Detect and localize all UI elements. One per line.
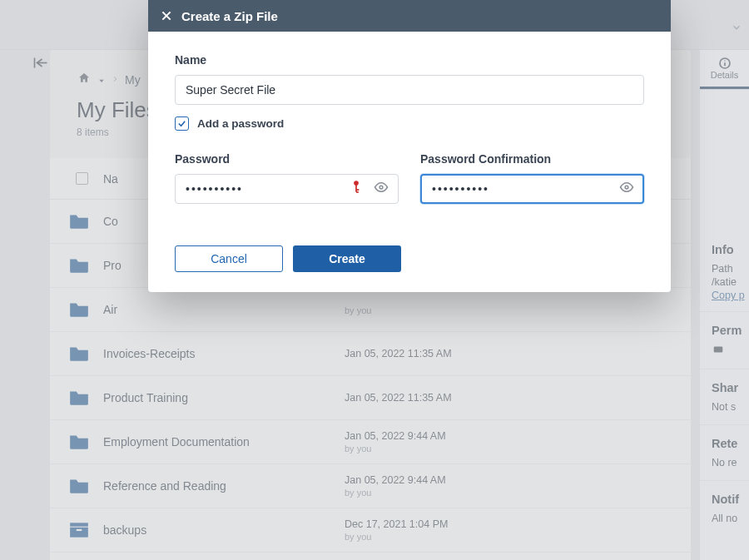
password-input[interactable] <box>175 174 399 204</box>
add-password-checkbox[interactable] <box>175 116 189 131</box>
close-icon[interactable] <box>160 9 173 22</box>
show-password-confirm-icon[interactable] <box>619 181 634 196</box>
show-password-icon[interactable] <box>374 181 389 196</box>
name-label: Name <box>175 53 644 67</box>
password-confirm-label: Password Confirmation <box>420 152 644 166</box>
password-label: Password <box>175 152 399 166</box>
key-icon <box>350 180 362 198</box>
svg-rect-16 <box>356 189 359 191</box>
svg-point-18 <box>379 186 383 189</box>
svg-point-19 <box>625 186 628 189</box>
modal-title: Create a Zip File <box>181 9 278 23</box>
create-button[interactable]: Create <box>293 245 401 272</box>
cancel-button[interactable]: Cancel <box>175 245 283 272</box>
svg-rect-17 <box>356 191 359 193</box>
svg-rect-15 <box>355 185 357 192</box>
add-password-label: Add a password <box>197 117 284 130</box>
password-confirm-input[interactable] <box>420 174 644 204</box>
create-zip-modal: Create a Zip File Name Add a password Pa… <box>148 0 671 292</box>
name-input[interactable] <box>175 75 644 105</box>
